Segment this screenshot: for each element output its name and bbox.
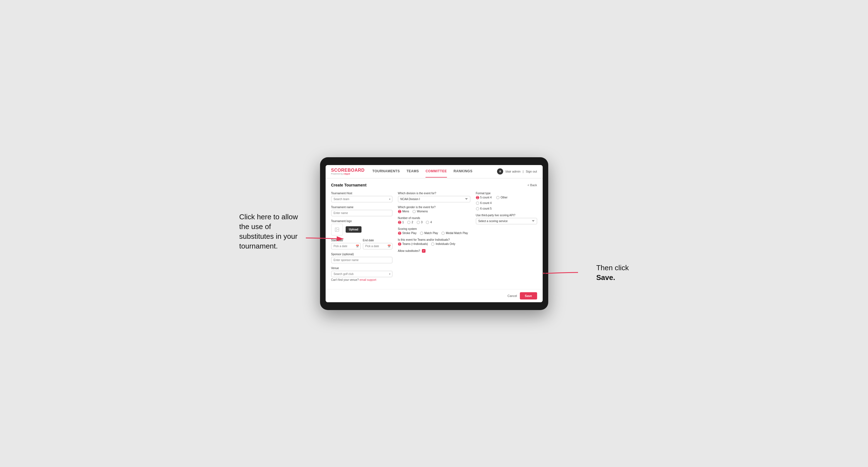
radio-other-circle [496, 196, 500, 199]
form-col-mid: Which division is the event for? NCAA Di… [398, 192, 470, 285]
radio-1-circle [398, 221, 401, 224]
format-5count4-label: 5 count 4 [480, 196, 492, 199]
substitutes-group: Allow substitutes? ✓ [398, 249, 470, 253]
tablet-device: SCOREBOARD Powered by clippd TOURNAMENTS… [320, 157, 548, 310]
scoring-match[interactable]: Match Play [420, 231, 438, 235]
radio-6count5-circle [476, 207, 479, 210]
format-6count4[interactable]: 6 count 4 [476, 201, 537, 205]
rounds-2[interactable]: 2 [407, 221, 413, 224]
division-select[interactable]: NCAA Division I [398, 196, 470, 202]
tournament-name-label: Tournament name [331, 206, 393, 209]
rounds-3[interactable]: 3 [416, 221, 423, 224]
scoring-api-group: Use third-party live scoring API? Select… [476, 214, 537, 224]
form-col-right: Format type 5 count 4 Other [476, 192, 537, 285]
gender-group: Which gender is the event for? Mens Wome… [398, 206, 470, 213]
substitutes-checkbox[interactable]: ✓ [422, 249, 426, 253]
gender-mens[interactable]: Mens [398, 210, 409, 213]
rounds-4-label: 4 [430, 221, 432, 224]
page-header: Create Tournament < Back [331, 183, 537, 187]
rounds-1[interactable]: 1 [398, 221, 404, 224]
venue-help: Can't find your venue? email support [331, 278, 393, 281]
rounds-group: Number of rounds 1 2 [398, 217, 470, 224]
cancel-button[interactable]: Cancel [507, 294, 517, 298]
radio-medal-circle [441, 231, 445, 235]
format-type-group: Format type 5 count 4 Other [476, 192, 537, 210]
form-columns: Tournament Host ▾ Tournament name Tourna [331, 192, 537, 285]
scoring-api-select[interactable]: Select a scoring service [476, 218, 537, 224]
rounds-4[interactable]: 4 [426, 221, 432, 224]
rounds-1-label: 1 [402, 221, 404, 224]
format-other-label: Other [501, 196, 507, 199]
event-type-group: Is this event for Teams and/or Individua… [398, 238, 470, 246]
sign-out-link[interactable]: Sign out [526, 170, 537, 173]
tournament-host-label: Tournament Host [331, 192, 393, 195]
nav-rankings[interactable]: RANKINGS [454, 165, 472, 178]
division-label: Which division is the event for? [398, 192, 470, 195]
nav-bar: SCOREBOARD Powered by clippd TOURNAMENTS… [326, 165, 543, 178]
end-date-label: End date [363, 239, 393, 242]
radio-2-circle [407, 221, 410, 224]
tournament-name-input[interactable] [331, 210, 393, 216]
format-5count4[interactable]: 5 count 4 [476, 196, 492, 199]
upload-button[interactable]: Upload [346, 226, 362, 233]
right-annotation: Then click Save. [596, 263, 629, 282]
venue-group: Venue ▾ Can't find your venue? email sup… [331, 267, 393, 281]
radio-mens-circle [398, 210, 401, 213]
rounds-label: Number of rounds [398, 217, 470, 220]
end-date-group: End date 📅 [363, 239, 393, 249]
format-6count4-label: 6 count 4 [480, 201, 492, 205]
radio-4-circle [426, 221, 429, 224]
format-row-1: 5 count 4 Other [476, 196, 537, 199]
page-content: Create Tournament < Back Tournament Host… [326, 178, 543, 289]
scoring-group: Scoring system Stroke Play Match Play [398, 227, 470, 235]
page-footer: Cancel Save [326, 289, 543, 302]
radio-teams-circle [398, 242, 401, 246]
right-arrow [543, 266, 580, 279]
venue-input[interactable] [331, 271, 393, 277]
calendar-end-icon: 📅 [388, 245, 391, 248]
event-teams[interactable]: Teams (+Individuals) [398, 242, 428, 246]
sponsor-label: Sponsor (optional) [331, 253, 393, 256]
sponsor-group: Sponsor (optional) [331, 253, 393, 263]
event-type-radio-group: Teams (+Individuals) Individuals Only [398, 242, 470, 246]
avatar: B [497, 168, 503, 175]
scoring-stroke[interactable]: Stroke Play [398, 231, 416, 235]
radio-individuals-circle [431, 242, 434, 246]
page-title: Create Tournament [331, 183, 367, 187]
tournament-host-input[interactable] [331, 196, 393, 202]
event-type-label: Is this event for Teams and/or Individua… [398, 238, 470, 241]
nav-committee[interactable]: COMMITTEE [426, 165, 447, 178]
logo: SCOREBOARD Powered by clippd [331, 168, 365, 175]
gender-womens[interactable]: Womens [412, 210, 428, 213]
scoring-medal-label: Medal Match Play [446, 231, 468, 235]
tournament-name-group: Tournament name [331, 206, 393, 216]
nav-items: TOURNAMENTS TEAMS COMMITTEE RANKINGS [372, 165, 497, 178]
nav-tournaments[interactable]: TOURNAMENTS [372, 165, 400, 178]
scoring-stroke-label: Stroke Play [402, 231, 416, 235]
gender-label: Which gender is the event for? [398, 206, 470, 209]
sponsor-input[interactable] [331, 257, 393, 263]
save-button[interactable]: Save [520, 292, 537, 300]
nav-teams[interactable]: TEAMS [407, 165, 419, 178]
svg-point-3 [336, 228, 337, 229]
format-6count5[interactable]: 6 count 5 [476, 207, 537, 210]
event-individuals[interactable]: Individuals Only [431, 242, 455, 246]
venue-email-link[interactable]: email support [360, 278, 376, 281]
scoring-medal[interactable]: Medal Match Play [441, 231, 468, 235]
scoring-label: Scoring system [398, 227, 470, 230]
gender-mens-label: Mens [402, 210, 409, 213]
tournament-logo-label: Tournament logo [331, 220, 393, 223]
tablet-screen: SCOREBOARD Powered by clippd TOURNAMENTS… [326, 165, 543, 302]
format-other[interactable]: Other [496, 196, 507, 199]
tournament-host-group: Tournament Host ▾ [331, 192, 393, 202]
back-link[interactable]: < Back [528, 183, 537, 187]
rounds-3-label: 3 [421, 221, 423, 224]
format-type-label: Format type [476, 192, 537, 195]
rounds-2-label: 2 [412, 221, 413, 224]
nav-user-area: B blair admin | Sign out [497, 168, 537, 175]
substitutes-label: Allow substitutes? [398, 249, 420, 252]
substitutes-checkbox-item: Allow substitutes? ✓ [398, 249, 470, 253]
radio-3-circle [416, 221, 420, 224]
gender-womens-label: Womens [417, 210, 428, 213]
scoring-api-label: Use third-party live scoring API? [476, 214, 537, 217]
